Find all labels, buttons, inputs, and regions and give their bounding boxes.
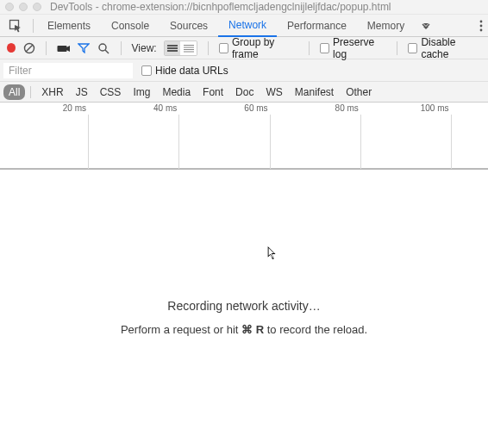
timeline-tick: 100 ms: [421, 103, 452, 113]
svg-rect-12: [184, 45, 194, 46]
clear-icon[interactable]: [22, 41, 35, 55]
window-title: DevTools - chrome-extension://bicnhpofle…: [50, 1, 391, 13]
close-window-button[interactable]: [5, 3, 14, 11]
timeline-grid: [0, 115, 488, 169]
timeline-tick: 80 ms: [335, 103, 361, 113]
type-filter-manifest[interactable]: Manifest: [290, 84, 339, 100]
tabstrip-separator: [33, 19, 34, 33]
view-toggle: [164, 40, 197, 56]
svg-point-3: [480, 28, 483, 31]
type-filter-other[interactable]: Other: [341, 84, 377, 100]
zoom-window-button[interactable]: [33, 3, 41, 11]
empty-state-heading: Recording network activity…: [0, 299, 488, 313]
checkbox-icon: [408, 43, 417, 53]
devtools-tabstrip: Elements Console Sources Network Perform…: [0, 15, 488, 37]
svg-rect-9: [167, 45, 178, 47]
timeline-tick: 60 ms: [244, 103, 270, 113]
filter-input[interactable]: [3, 63, 133, 78]
traffic-lights: [5, 3, 41, 11]
toolbar-separator-3: [208, 41, 209, 55]
devtools-menu-icon[interactable]: [474, 20, 488, 32]
tab-performance[interactable]: Performance: [277, 15, 357, 37]
timeline-tick: 20 ms: [63, 103, 89, 113]
svg-point-1: [480, 20, 483, 22]
type-filter-all[interactable]: All: [3, 84, 25, 100]
group-by-frame-checkbox[interactable]: Group by frame: [219, 36, 298, 60]
svg-rect-6: [57, 46, 66, 52]
view-small-icon[interactable]: [180, 41, 197, 55]
toolbar-separator-5: [397, 41, 397, 55]
timeline-tick: 40 ms: [153, 103, 179, 113]
window-titlebar: DevTools - chrome-extension://bicnhpofle…: [0, 0, 488, 15]
kbd-r: R: [256, 323, 264, 336]
type-filter-xhr[interactable]: XHR: [36, 84, 68, 100]
tab-sources[interactable]: Sources: [160, 15, 218, 37]
svg-point-7: [99, 44, 106, 51]
checkbox-icon: [219, 43, 228, 53]
screenshot-icon[interactable]: [57, 41, 71, 55]
kbd-cmd: ⌘: [241, 323, 253, 336]
network-toolbar: View: Group by frame Preserve log Disabl…: [0, 37, 488, 59]
tab-memory[interactable]: Memory: [357, 15, 415, 37]
minimize-window-button[interactable]: [19, 3, 28, 11]
filter-icon[interactable]: [78, 41, 91, 55]
search-icon[interactable]: [97, 41, 110, 55]
view-large-icon[interactable]: [165, 41, 181, 55]
toolbar-separator-4: [309, 41, 310, 55]
type-filter-font[interactable]: Font: [197, 84, 228, 100]
svg-line-8: [105, 50, 109, 53]
group-by-frame-label: Group by frame: [232, 36, 298, 60]
type-filter-bar: All XHR JS CSS Img Media Font Doc WS Man…: [0, 82, 488, 103]
tab-console[interactable]: Console: [101, 15, 160, 37]
empty-state-hint: Perform a request or hit ⌘ R to record t…: [0, 323, 488, 336]
empty-hint-text-b: to record the reload.: [264, 323, 367, 336]
svg-rect-13: [184, 47, 194, 47]
checkbox-icon: [320, 43, 329, 53]
toolbar-separator: [46, 41, 47, 55]
type-filter-doc[interactable]: Doc: [230, 84, 259, 100]
type-filter-js[interactable]: JS: [71, 84, 93, 100]
hide-data-urls-checkbox[interactable]: Hide data URLs: [141, 65, 228, 77]
preserve-log-checkbox[interactable]: Preserve log: [320, 36, 386, 60]
tab-network[interactable]: Network: [218, 15, 277, 37]
svg-rect-14: [184, 49, 194, 50]
timeline-overview[interactable]: 20 ms 40 ms 60 ms 80 ms 100 ms: [0, 103, 488, 170]
hide-data-urls-label: Hide data URLs: [155, 65, 228, 77]
svg-rect-15: [184, 51, 194, 52]
checkbox-icon: [141, 65, 152, 76]
view-label: View:: [132, 42, 157, 54]
filter-toolbar: Hide data URLs: [0, 59, 488, 82]
type-filter-img[interactable]: Img: [128, 84, 155, 100]
svg-rect-11: [167, 50, 178, 52]
disable-cache-label: Disable cache: [421, 36, 481, 60]
svg-rect-10: [167, 47, 178, 49]
record-button[interactable]: [7, 43, 16, 53]
timeline-ruler: 20 ms 40 ms 60 ms 80 ms 100 ms: [0, 103, 488, 115]
type-filter-css[interactable]: CSS: [95, 84, 127, 100]
disable-cache-checkbox[interactable]: Disable cache: [408, 36, 481, 60]
type-filter-divider: [30, 86, 31, 98]
type-filter-ws[interactable]: WS: [260, 84, 287, 100]
type-filter-media[interactable]: Media: [157, 84, 196, 100]
inspect-element-icon[interactable]: [5, 16, 26, 36]
svg-line-5: [26, 45, 33, 52]
tabs-overflow-button[interactable]: [415, 22, 437, 30]
cursor-icon: [267, 246, 278, 260]
preserve-log-label: Preserve log: [333, 36, 386, 60]
svg-point-2: [480, 24, 483, 27]
empty-hint-text-a: Perform a request or hit: [121, 323, 241, 336]
network-request-list: Recording network activity… Perform a re…: [0, 170, 488, 428]
tab-elements[interactable]: Elements: [37, 15, 101, 37]
toolbar-separator-2: [121, 41, 122, 55]
